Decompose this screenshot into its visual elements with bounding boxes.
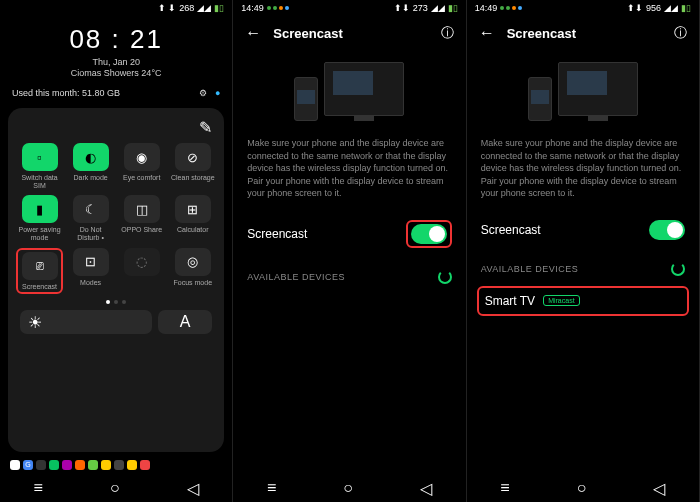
tile-button[interactable]: ◌ bbox=[124, 248, 160, 276]
tile-button[interactable]: ⊞ bbox=[175, 195, 211, 223]
nav-home-icon[interactable]: ○ bbox=[577, 479, 587, 497]
navbar: ≡ ○ ◁ bbox=[233, 474, 465, 502]
page-dot[interactable] bbox=[106, 300, 110, 304]
battery-icon: ▮▯ bbox=[214, 3, 224, 13]
spinner-icon bbox=[671, 262, 685, 276]
app-icon[interactable] bbox=[49, 460, 59, 470]
bt-icon: ⬆⬇ bbox=[394, 3, 410, 13]
phone-illustration bbox=[528, 77, 552, 121]
app-icon[interactable] bbox=[75, 460, 85, 470]
app-icon[interactable]: G bbox=[23, 460, 33, 470]
miracast-badge: Miracast bbox=[543, 295, 579, 306]
clock-area: 08 : 21 Thu, Jan 20 Ciomas Showers 24°C bbox=[0, 16, 232, 82]
notification-dots bbox=[500, 6, 522, 10]
tile-button[interactable]: ◎ bbox=[175, 248, 211, 276]
quick-panel: ✎ ▫Switch data SIM◐Dark mode◉Eye comfort… bbox=[8, 108, 224, 452]
gear-icon[interactable]: ⚙ bbox=[199, 88, 207, 98]
spinner-icon bbox=[438, 270, 452, 284]
tile-button[interactable]: ⎚ bbox=[22, 252, 58, 280]
screencast-header: ← Screencast ⓘ bbox=[233, 16, 465, 50]
tile-button[interactable]: ⊘ bbox=[175, 143, 211, 171]
device-row[interactable]: Smart TV Miracast bbox=[479, 288, 687, 314]
tile-button[interactable]: ⊡ bbox=[73, 248, 109, 276]
app-icon[interactable] bbox=[62, 460, 72, 470]
nav-recent-icon[interactable]: ≡ bbox=[34, 479, 43, 497]
toggle-label: Screencast bbox=[481, 223, 541, 237]
tiles-grid: ▫Switch data SIM◐Dark mode◉Eye comfort⊘C… bbox=[16, 143, 216, 294]
tile-focus-mode: ◎Focus mode bbox=[169, 248, 216, 295]
tile-label: OPPO Share bbox=[121, 226, 162, 234]
toggle-label: Screencast bbox=[247, 227, 307, 241]
edit-icon[interactable]: ✎ bbox=[199, 118, 212, 137]
tile-button[interactable]: ◐ bbox=[73, 143, 109, 171]
back-icon[interactable]: ← bbox=[479, 24, 495, 42]
app-icon[interactable] bbox=[88, 460, 98, 470]
tile-blank: ◌ bbox=[118, 248, 165, 295]
page-title: Screencast bbox=[273, 26, 428, 41]
info-icon[interactable]: ⓘ bbox=[441, 24, 454, 42]
app-icon[interactable] bbox=[114, 460, 124, 470]
nav-back-icon[interactable]: ◁ bbox=[420, 479, 432, 498]
screencast-description: Make sure your phone and the display dev… bbox=[467, 129, 699, 208]
navbar: ≡ ○ ◁ bbox=[0, 474, 232, 502]
date: Thu, Jan 20 bbox=[0, 57, 232, 67]
signal-icon: ⬆ ⬇ bbox=[158, 3, 177, 13]
info-icon[interactable]: ⓘ bbox=[674, 24, 687, 42]
tile-label: Eye comfort bbox=[123, 174, 160, 182]
auto-label: A bbox=[180, 313, 191, 331]
screencast-toggle[interactable] bbox=[411, 224, 447, 244]
app-icon[interactable] bbox=[101, 460, 111, 470]
nav-recent-icon[interactable]: ≡ bbox=[267, 479, 276, 497]
signal-text: 268 bbox=[179, 3, 194, 13]
screencast-illustration bbox=[233, 50, 465, 129]
tile-label: Clean storage bbox=[171, 174, 215, 182]
page-dot[interactable] bbox=[122, 300, 126, 304]
tile-modes: ⊡Modes bbox=[67, 248, 114, 295]
screencast-header: ← Screencast ⓘ bbox=[467, 16, 699, 50]
available-devices-header: AVAILABLE DEVICES bbox=[467, 252, 699, 286]
tile-label: Switch data SIM bbox=[18, 174, 62, 189]
tile-oppo-share: ◫OPPO Share bbox=[118, 195, 165, 241]
tile-button[interactable]: ▮ bbox=[22, 195, 58, 223]
nav-back-icon[interactable]: ◁ bbox=[187, 479, 199, 498]
nav-back-icon[interactable]: ◁ bbox=[653, 479, 665, 498]
available-devices-header: AVAILABLE DEVICES bbox=[233, 260, 465, 294]
battery-icon: ▮▯ bbox=[448, 3, 458, 13]
tile-clean-storage: ⊘Clean storage bbox=[169, 143, 216, 189]
data-usage-text: Used this month: 51.80 GB bbox=[12, 88, 120, 98]
nav-home-icon[interactable]: ○ bbox=[343, 479, 353, 497]
back-icon[interactable]: ← bbox=[245, 24, 261, 42]
app-icon[interactable] bbox=[36, 460, 46, 470]
screencast-toggle-row: Screencast bbox=[233, 208, 465, 260]
app-icon[interactable] bbox=[127, 460, 137, 470]
notification-dots bbox=[267, 6, 289, 10]
data-usage-row: Used this month: 51.80 GB ⚙ ● bbox=[0, 82, 232, 104]
phone-illustration bbox=[294, 77, 318, 121]
page-title: Screencast bbox=[507, 26, 662, 41]
tile-calculator: ⊞Calculator bbox=[169, 195, 216, 241]
app-icon[interactable] bbox=[10, 460, 20, 470]
battery-icon: ▮▯ bbox=[681, 3, 691, 13]
user-icon[interactable]: ● bbox=[215, 88, 220, 98]
page-dot[interactable] bbox=[114, 300, 118, 304]
tile-do-not-disturb-•: ☾Do Not Disturb • bbox=[67, 195, 114, 241]
nav-home-icon[interactable]: ○ bbox=[110, 479, 120, 497]
brightness-slider[interactable]: ☀ bbox=[20, 310, 152, 334]
device-highlight: Smart TV Miracast bbox=[477, 286, 689, 316]
screencast-toggle[interactable] bbox=[649, 220, 685, 240]
tile-button[interactable]: ◫ bbox=[124, 195, 160, 223]
screencast-panel-device: 14:49 ⬆⬇ 956 ◢◢ ▮▯ ← Screencast ⓘ Make s… bbox=[467, 0, 700, 502]
tile-switch-data-sim: ▫Switch data SIM bbox=[16, 143, 63, 189]
available-label: AVAILABLE DEVICES bbox=[247, 272, 345, 282]
quick-settings-panel: ⬆ ⬇ 268 ◢◢ ▮▯ 08 : 21 Thu, Jan 20 Ciomas… bbox=[0, 0, 233, 502]
net-text: 956 bbox=[646, 3, 661, 13]
nav-recent-icon[interactable]: ≡ bbox=[500, 479, 509, 497]
auto-brightness-button[interactable]: A bbox=[158, 310, 213, 334]
app-icon[interactable] bbox=[140, 460, 150, 470]
tile-button[interactable]: ◉ bbox=[124, 143, 160, 171]
tile-button[interactable]: ▫ bbox=[22, 143, 58, 171]
tile-dark-mode: ◐Dark mode bbox=[67, 143, 114, 189]
pagination bbox=[16, 294, 216, 310]
tile-label: Modes bbox=[80, 279, 101, 287]
tile-button[interactable]: ☾ bbox=[73, 195, 109, 223]
